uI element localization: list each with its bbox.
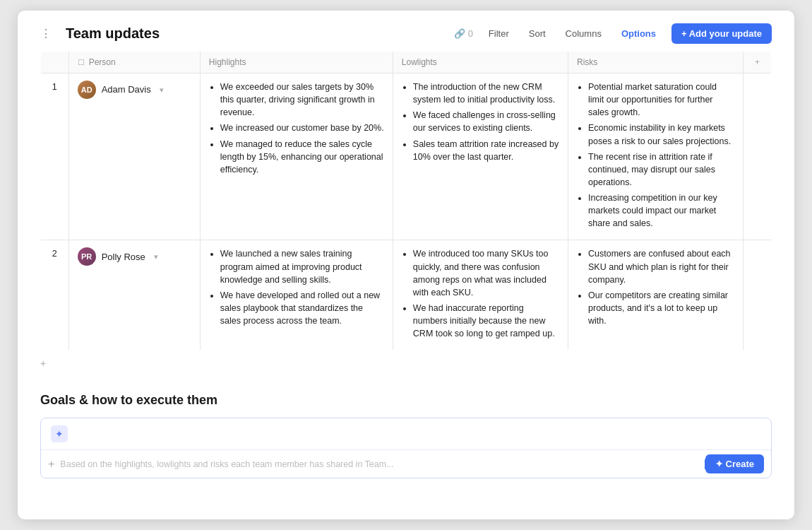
chevron-down-icon[interactable]: ▾ — [154, 251, 158, 263]
list-item: Sales team attrition rate increased by 1… — [413, 138, 559, 163]
list-item: Our competitors are creating similar pro… — [588, 289, 734, 327]
list-item: Potential market saturation could limit … — [588, 81, 734, 119]
options-button[interactable]: Options — [617, 25, 660, 42]
list-item: We have developed and rolled out a new s… — [220, 289, 384, 327]
highlights-cell: We launched a new sales training program… — [200, 240, 393, 351]
table-header: ☐ Person Highlights Lowlights Risks + — [41, 52, 772, 73]
risks-cell: Potential market saturation could limit … — [568, 73, 744, 240]
menu-dots-icon[interactable]: ⋮ — [40, 27, 52, 40]
ai-sparkle-icon: ✦ — [51, 425, 68, 442]
list-item: We launched a new sales training program… — [220, 247, 384, 285]
updates-table: ☐ Person Highlights Lowlights Risks + 1A… — [40, 51, 772, 351]
ai-placeholder-text: Based on the highlights, lowlights and r… — [60, 459, 704, 469]
ai-plus-icon: + — [48, 458, 54, 471]
link-badge: 🔗 0 — [454, 28, 473, 39]
ai-input-footer[interactable]: + Based on the highlights, lowlights and… — [41, 450, 771, 478]
list-item: Customers are confused about each SKU an… — [588, 247, 734, 285]
list-item: Increasing competition in our key market… — [588, 192, 734, 230]
empty-cell — [744, 73, 772, 240]
ai-input-wrap: ✦ + Based on the highlights, lowlights a… — [40, 418, 772, 478]
list-item: We had inaccurate reporting numbers init… — [413, 302, 559, 340]
person-cell[interactable]: ADAdam Davis▾ — [68, 73, 200, 240]
ai-input-header: ✦ — [41, 418, 771, 450]
link-icon: 🔗 — [454, 28, 465, 39]
list-item: The recent rise in attrition rate if con… — [588, 151, 734, 189]
lowlights-cell: The introduction of the new CRM system l… — [393, 73, 568, 240]
col-header-highlights: Highlights — [200, 52, 393, 73]
col-person-label: Person — [89, 57, 116, 67]
table-row: 2PRPolly Rose▾We launched a new sales tr… — [41, 240, 772, 351]
list-item: We introduced too many SKUs too quickly,… — [413, 247, 559, 299]
col-header-person: ☐ Person — [68, 52, 200, 73]
highlights-cell: We exceeded our sales targets by 30% thi… — [200, 73, 393, 240]
col-header-risks: Risks — [568, 52, 744, 73]
row-number: 1 — [41, 73, 69, 240]
add-row-button[interactable]: + — [18, 351, 794, 376]
lowlights-cell: We introduced too many SKUs too quickly,… — [393, 240, 568, 351]
page-header: ⋮ Team updates 🔗 0 Filter Sort Columns O… — [18, 11, 794, 51]
filter-button[interactable]: Filter — [484, 25, 513, 42]
chevron-down-icon[interactable]: ▾ — [160, 84, 164, 96]
link-count: 0 — [468, 28, 473, 39]
table-row: 1ADAdam Davis▾We exceeded our sales targ… — [41, 73, 772, 240]
sort-button[interactable]: Sort — [525, 25, 550, 42]
list-item: We managed to reduce the sales cycle len… — [220, 138, 384, 176]
list-item: We faced challenges in cross-selling our… — [413, 109, 559, 134]
table-body: 1ADAdam Davis▾We exceeded our sales targ… — [41, 73, 772, 351]
goals-title: Goals & how to execute them — [40, 393, 772, 408]
list-item: We increased our customer base by 20%. — [220, 122, 384, 134]
col-add[interactable]: + — [744, 52, 772, 73]
add-update-button[interactable]: + Add your update — [671, 23, 772, 44]
list-item: Economic instability in key markets pose… — [588, 122, 734, 147]
row-number: 2 — [41, 240, 69, 351]
risks-cell: Customers are confused about each SKU an… — [568, 240, 744, 351]
toolbar: Filter Sort Columns Options + Add your u… — [484, 23, 772, 44]
goals-section: Goals & how to execute them ✦ + Based on… — [18, 376, 794, 478]
table-container: ☐ Person Highlights Lowlights Risks + 1A… — [18, 51, 794, 351]
col-header-lowlights: Lowlights — [393, 52, 568, 73]
main-window: ⋮ Team updates 🔗 0 Filter Sort Columns O… — [18, 11, 794, 519]
checkbox-icon: ☐ — [78, 58, 85, 67]
create-button[interactable]: ✦ Create — [705, 454, 764, 473]
avatar: AD — [78, 81, 96, 99]
empty-cell — [744, 240, 772, 351]
page-title: Team updates — [66, 25, 443, 42]
person-cell[interactable]: PRPolly Rose▾ — [68, 240, 200, 351]
list-item: We exceeded our sales targets by 30% thi… — [220, 81, 384, 119]
page-content: ⋮ Team updates 🔗 0 Filter Sort Columns O… — [18, 11, 794, 519]
col-num — [41, 52, 69, 73]
columns-button[interactable]: Columns — [561, 25, 606, 42]
person-name: Adam Davis — [102, 83, 151, 97]
avatar: PR — [78, 247, 96, 266]
person-name: Polly Rose — [102, 250, 145, 264]
list-item: The introduction of the new CRM system l… — [413, 81, 559, 106]
